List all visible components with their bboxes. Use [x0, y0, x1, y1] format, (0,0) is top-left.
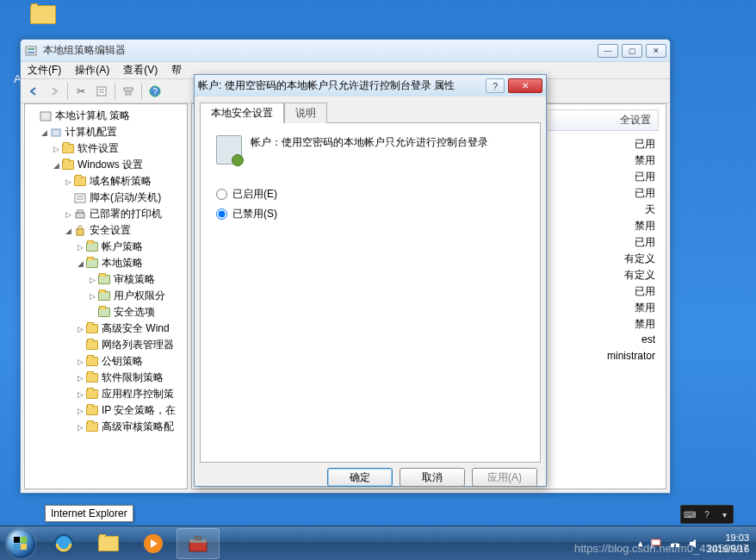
dialog-panel: 帐户：使用空密码的本地帐户只允许进行控制台登录 已启用(E) 已禁用(S) [200, 122, 541, 463]
svg-rect-20 [14, 544, 20, 550]
tree-nlm[interactable]: 网络列表管理器 [102, 338, 174, 352]
policy-root-icon [39, 110, 53, 122]
taskbar-tooltip: Internet Explorer [45, 505, 133, 522]
svg-rect-1 [28, 48, 34, 50]
dialog-help-button[interactable]: ? [486, 78, 505, 93]
radio-disabled[interactable]: 已禁用(S) [216, 207, 524, 221]
expand-icon[interactable]: ▷ [75, 423, 85, 432]
gpedit-titlebar[interactable]: 本地组策略编辑器 — ▢ ✕ [21, 40, 670, 62]
expand-icon[interactable]: ▷ [75, 358, 85, 366]
expand-icon[interactable]: ◢ [75, 259, 85, 268]
tree-pane[interactable]: 本地计算机 策略 ◢计算机配置 ▷软件设置 ◢Windows 设置 ▷域名解析策… [24, 103, 188, 489]
menu-action[interactable]: 操作(A) [75, 63, 109, 78]
taskbar: ▴ 19:03 2019/9/16 [0, 526, 756, 560]
svg-rect-30 [671, 544, 674, 547]
tree-account-policy[interactable]: 帐户策略 [102, 240, 143, 254]
svg-rect-16 [77, 210, 83, 213]
keyboard-icon[interactable]: ⌨ [684, 508, 696, 520]
expand-icon[interactable]: ▷ [51, 145, 61, 153]
ok-button[interactable]: 确定 [327, 468, 393, 487]
tree-printers[interactable]: 已部署的打印机 [90, 207, 162, 221]
svg-rect-28 [652, 539, 660, 545]
svg-rect-7 [126, 92, 131, 95]
expand-icon[interactable]: ▷ [75, 243, 85, 252]
tree-windows-settings[interactable]: Windows 设置 [77, 158, 143, 172]
svg-rect-10 [40, 112, 51, 121]
svg-marker-33 [690, 539, 696, 548]
expand-icon[interactable]: ▷ [87, 276, 97, 284]
tree-srp[interactable]: 软件限制策略 [102, 370, 164, 385]
svg-rect-2 [28, 52, 34, 53]
language-bar[interactable]: ⌨ ? ▾ [680, 505, 734, 524]
dialog-close-button[interactable]: ✕ [508, 78, 542, 93]
tray-chevron-icon[interactable]: ▴ [638, 538, 643, 549]
expand-icon[interactable]: ◢ [63, 227, 73, 235]
tree-root[interactable]: 本地计算机 策略 [55, 109, 130, 123]
toolbar-properties-icon[interactable] [92, 82, 111, 101]
desktop-folder-icon[interactable] [30, 5, 59, 29]
tree-audit[interactable]: 审核策略 [114, 272, 155, 287]
minimize-button[interactable]: — [598, 44, 618, 58]
tree-local-policy[interactable]: 本地策略 [102, 256, 143, 271]
tree-computer-cfg[interactable]: 计算机配置 [65, 125, 117, 140]
back-button[interactable] [24, 82, 43, 101]
tree-scripts[interactable]: 脚本(启动/关机) [90, 190, 161, 205]
cancel-button[interactable]: 取消 [400, 468, 465, 487]
taskbar-explorer[interactable] [87, 528, 130, 559]
taskbar-toolbox[interactable] [177, 528, 220, 559]
tray-clock[interactable]: 19:03 2019/9/16 [707, 532, 749, 555]
help-icon[interactable]: ? [701, 508, 713, 520]
toolbar-cut-icon[interactable]: ✂ [71, 82, 90, 101]
start-button[interactable] [0, 526, 41, 561]
tree-software[interactable]: 软件设置 [77, 141, 119, 156]
radio-enabled[interactable]: 已启用(E) [216, 187, 524, 202]
toolbar-filter-icon[interactable] [119, 82, 138, 101]
tree-user-rights[interactable]: 用户权限分 [114, 289, 165, 303]
dialog-titlebar[interactable]: 帐户: 使用空密码的本地帐户只允许进行控制台登录 属性 ? ✕ [195, 75, 546, 96]
radio-disabled-input[interactable] [216, 208, 227, 220]
radio-enabled-label: 已启用(E) [232, 187, 277, 202]
expand-icon[interactable]: ▷ [87, 292, 97, 301]
tray-volume-icon[interactable] [688, 538, 700, 550]
windows-orb-icon [6, 529, 35, 558]
tree-security[interactable]: 安全设置 [90, 223, 131, 238]
tray-flag-icon[interactable] [650, 538, 662, 550]
tab-local-security[interactable]: 本地安全设置 [200, 103, 284, 123]
menu-file[interactable]: 文件(F) [28, 63, 61, 78]
svg-rect-12 [75, 194, 85, 202]
expand-icon[interactable]: ▷ [75, 374, 85, 383]
expand-icon[interactable]: ▷ [75, 325, 85, 333]
menu-help[interactable]: 帮 [171, 63, 182, 78]
forward-button[interactable] [45, 82, 64, 101]
menu-view[interactable]: 查看(V) [123, 63, 158, 78]
tree-ipsec[interactable]: IP 安全策略，在 [102, 403, 176, 418]
tree-adv-audit[interactable]: 高级审核策略配 [102, 420, 174, 434]
close-button[interactable]: ✕ [646, 44, 666, 58]
expand-icon[interactable]: ▷ [75, 407, 85, 415]
svg-rect-21 [21, 544, 27, 550]
tree-adv-security[interactable]: 高级安全 Wind [102, 321, 170, 336]
expand-icon[interactable]: ◢ [39, 128, 49, 137]
expand-icon[interactable]: ▷ [63, 210, 73, 219]
tree-security-options[interactable]: 安全选项 [114, 305, 155, 320]
expand-icon[interactable]: ▷ [63, 177, 73, 186]
tab-explain[interactable]: 说明 [284, 103, 327, 123]
tray-network-icon[interactable] [669, 538, 681, 550]
taskbar-mediaplayer[interactable] [132, 528, 175, 559]
tree-pubkey[interactable]: 公钥策略 [102, 354, 143, 369]
properties-dialog: 帐户: 使用空密码的本地帐户只允许进行控制台登录 属性 ? ✕ 本地安全设置 说… [194, 74, 547, 487]
taskbar-ie[interactable] [42, 528, 85, 559]
maximize-button[interactable]: ▢ [622, 44, 642, 58]
apply-button[interactable]: 应用(A) [472, 468, 537, 487]
policy-text: 帐户：使用空密码的本地帐户只允许进行控制台登录 [251, 135, 488, 150]
system-tray[interactable]: ▴ 19:03 2019/9/16 [638, 532, 756, 555]
chevron-down-icon[interactable]: ▾ [718, 508, 730, 520]
expand-icon[interactable]: ▷ [75, 390, 85, 399]
tree-dns[interactable]: 域名解析策略 [90, 174, 152, 189]
svg-rect-31 [676, 544, 679, 547]
svg-rect-19 [21, 537, 27, 543]
tree-appctrl[interactable]: 应用程序控制策 [102, 387, 174, 401]
radio-enabled-input[interactable] [216, 189, 227, 200]
expand-icon[interactable]: ◢ [51, 161, 61, 170]
toolbar-help-icon[interactable]: ? [146, 82, 164, 101]
